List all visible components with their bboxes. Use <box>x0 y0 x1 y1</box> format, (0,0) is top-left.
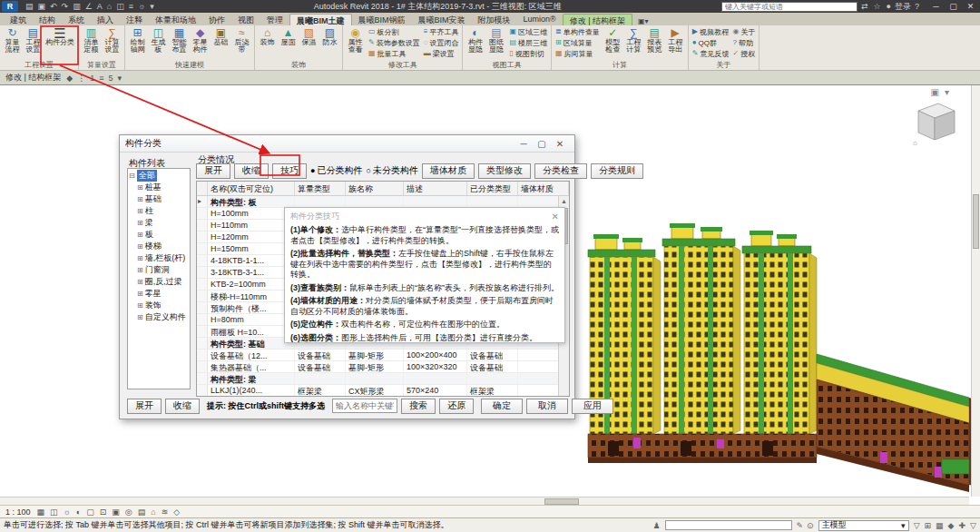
close-button[interactable]: ✕ <box>963 1 978 12</box>
favorites-star-icon[interactable]: ☆ <box>873 2 880 11</box>
viewcube[interactable]: ⌂ <box>907 96 960 149</box>
table-row[interactable]: 构件类型: 梁 <box>197 373 569 385</box>
tree-expand-icon[interactable]: ⊞ <box>137 313 143 321</box>
ribbon-small-button[interactable]: ▦房间算量 <box>554 48 602 59</box>
tab-overflow-icon[interactable]: ▣▾ <box>632 17 654 25</box>
detail-level-icon[interactable]: ▦ <box>37 507 45 517</box>
align-lines-icon[interactable]: ≡ <box>99 74 103 83</box>
ribbon-tab[interactable]: 结构 <box>33 14 62 25</box>
class-rules-button[interactable]: 分类规则 <box>591 163 643 179</box>
open-file-icon[interactable]: ▤ <box>25 1 34 12</box>
help-icon[interactable]: ? <box>915 2 919 11</box>
options-dots-icon[interactable]: ⋮ <box>77 74 85 83</box>
ok-button[interactable]: 确定 <box>481 399 523 414</box>
tree-item[interactable]: ⊞ 板 <box>129 229 189 241</box>
tree-expand-button[interactable]: 展开 <box>127 399 162 414</box>
radio-unclassified[interactable]: ○ 未分类构件 <box>366 164 417 177</box>
collapse-button[interactable]: 收缩 <box>234 163 269 179</box>
account-person-icon[interactable]: ● <box>887 2 891 11</box>
ribbon-button[interactable]: ∑计算设置 <box>102 26 122 61</box>
ribbon-button[interactable]: ▦智能布置 <box>169 26 190 61</box>
ribbon-tab[interactable]: 系统 <box>62 14 91 25</box>
table-row[interactable]: LLKJ(1)(240... 框架梁 CX矩形梁 570×240 框架梁 <box>197 385 569 397</box>
cancel-button[interactable]: 取消 <box>526 399 568 414</box>
revit-logo-icon[interactable]: R <box>2 1 18 12</box>
measure-icon[interactable]: ∠ <box>85 1 93 12</box>
active-only-icon[interactable]: ⊙ <box>807 521 814 530</box>
ribbon-button[interactable]: ▤图纸显隐 <box>485 26 506 61</box>
ribbon-tab[interactable]: 修改 | 结构框架 <box>563 14 632 25</box>
render-icon[interactable]: ☼ <box>138 1 145 12</box>
tree-expand-icon[interactable]: ⊞ <box>137 278 143 286</box>
search-button[interactable]: 搜索 <box>401 399 436 414</box>
tree-expand-icon[interactable]: ⊞ <box>137 219 143 227</box>
tree-item[interactable]: ⊞ 桩基 <box>129 182 189 193</box>
reset-button[interactable]: 还原 <box>439 399 474 414</box>
tree-item[interactable]: ⊞ 圈,反,过梁 <box>129 276 189 288</box>
ribbon-button[interactable]: ◆零星构件 <box>190 26 211 61</box>
lock-3d-icon[interactable]: ◎ <box>125 507 132 517</box>
undo-icon[interactable]: ↶ <box>50 1 57 12</box>
ribbon-tab[interactable]: 晨曦BIM安装 <box>412 14 472 25</box>
drag-on-selection-icon[interactable]: ▽ <box>970 521 976 530</box>
ribbon-button[interactable]: ▥清单定额 <box>81 26 102 61</box>
tree-item[interactable]: ⊞ 墙,栏板(杆) <box>129 252 189 264</box>
ribbon-tab[interactable]: 视图 <box>231 14 260 25</box>
ribbon-small-button[interactable]: ▭板分割 <box>367 26 422 37</box>
ribbon-small-button[interactable]: ▣区域三维 <box>507 26 549 37</box>
ribbon-small-button[interactable]: ▶视频教程 <box>691 26 731 37</box>
reveal-hidden-icon[interactable]: ⌂ <box>151 507 155 517</box>
ribbon-tab[interactable]: 插入 <box>91 14 120 25</box>
thin-lines-icon[interactable]: ≡ <box>129 1 133 12</box>
ribbon-small-button[interactable]: ▬梁设置 <box>422 48 461 59</box>
tree-item[interactable]: ⊞ 自定义构件 <box>129 311 189 323</box>
tree-item[interactable]: ⊞ 零星 <box>129 288 189 300</box>
workset-selector[interactable] <box>665 520 792 530</box>
canvas-horizontal-scrollbar[interactable] <box>0 497 969 505</box>
tree-expand-icon[interactable]: ⊞ <box>137 266 143 274</box>
ribbon-small-button[interactable]: ✎装饰参数设置 <box>367 37 422 48</box>
scroll-up-icon[interactable]: ▲ <box>559 196 569 207</box>
dialog-close-button[interactable]: ✕ <box>551 139 569 149</box>
tree-item[interactable]: ⊞ 梁 <box>129 217 189 229</box>
scale-label[interactable]: 1 : 100 <box>5 507 31 517</box>
ribbon-small-button[interactable]: ▯视图剖切 <box>507 48 549 59</box>
tips-close-icon[interactable]: ✕ <box>552 212 559 222</box>
keyword-search-input[interactable] <box>332 399 397 413</box>
ribbon-small-button[interactable]: ▤楼层三维 <box>507 37 549 48</box>
ribbon-small-button[interactable]: ✎意见反馈 <box>691 48 731 59</box>
sun-path-icon[interactable]: ☼ <box>64 507 71 517</box>
ribbon-button[interactable]: ◫生成板 <box>148 26 169 61</box>
ribbon-tab[interactable]: 附加模块 <box>472 14 517 25</box>
ribbon-tab[interactable]: 晨曦BIM土建 <box>289 14 352 25</box>
worksets-worker-icon[interactable]: ♟ <box>652 521 660 530</box>
ribbon-button[interactable]: ▣基础 <box>211 26 231 61</box>
constraints-icon[interactable]: ◇ <box>173 507 180 517</box>
ribbon-tab[interactable]: 管理 <box>260 14 289 25</box>
tree-expand-icon[interactable]: ⊟ <box>129 172 135 180</box>
tree-expand-icon[interactable]: ⊞ <box>137 195 143 203</box>
scrollbar-thumb[interactable] <box>973 194 979 249</box>
ribbon-small-button[interactable]: ≣单构件查量 <box>554 26 602 37</box>
ribbon-button[interactable]: ≈后浇带 <box>231 26 252 61</box>
dropdown-icon[interactable]: ▾ <box>118 74 122 83</box>
ribbon-small-button[interactable]: ✓授权 <box>730 48 757 59</box>
ribbon-button[interactable]: ◐构件显隐 <box>465 26 485 61</box>
tree-item[interactable]: ⊞ 楼梯 <box>129 241 189 252</box>
dialog-titlebar[interactable]: 构件分类 ─ ▢ ✕ <box>120 135 574 153</box>
ribbon-button[interactable]: ▧保温 <box>299 26 319 61</box>
select-links-icon[interactable]: ▦ <box>936 521 944 530</box>
ribbon-button[interactable]: ▲屋面 <box>278 26 299 61</box>
ribbon-small-button[interactable]: ▦批量工具 <box>367 48 422 59</box>
ribbon-button[interactable]: ▤报表预览 <box>644 26 665 61</box>
crop-view-icon[interactable]: ⊡ <box>100 507 107 517</box>
table-header[interactable]: 名称(双击可定位) 算量类型 族名称 描述 已分类类型 墙体材质 <box>197 182 569 196</box>
select-by-face-icon[interactable]: ✚ <box>959 521 966 530</box>
ribbon-button[interactable]: ▶工程导出 <box>665 26 686 61</box>
tree-item[interactable]: ⊟ 全部 <box>129 170 189 182</box>
radio-classified[interactable]: ● 已分类构件 <box>310 164 362 177</box>
ribbon-button[interactable]: ▨防水 <box>319 26 340 61</box>
option-5-icon[interactable]: 5 <box>109 74 113 83</box>
exclude-options-icon[interactable]: ▽ <box>914 521 920 530</box>
ribbon-small-button[interactable]: ◉关于 <box>730 26 757 37</box>
